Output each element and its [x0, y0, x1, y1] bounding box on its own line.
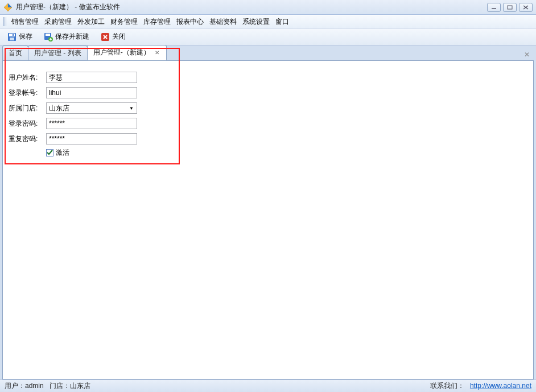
row-username: 用户姓名: [9, 71, 168, 84]
label-password: 登录密码: [9, 119, 46, 129]
tab-label: 用户管理 - 列表 [34, 48, 81, 58]
menu-outsource[interactable]: 外发加工 [75, 15, 107, 28]
menu-finance[interactable]: 财务管理 [108, 15, 140, 28]
status-store: 门店：山东店 [50, 381, 90, 391]
row-account: 登录帐号: [9, 86, 168, 99]
contact-link[interactable]: http://www.aolan.net [470, 382, 531, 390]
select-store-value: 山东店 [49, 104, 69, 113]
maximize-button[interactable] [503, 3, 517, 12]
save-new-icon [44, 32, 53, 42]
save-new-label: 保存并新建 [55, 32, 89, 42]
row-active: 激活 [9, 148, 168, 158]
save-icon [7, 32, 17, 42]
select-store[interactable]: 山东店 ▼ [46, 102, 137, 114]
tab-user-list[interactable]: 用户管理 - 列表 [28, 46, 88, 60]
menu-report[interactable]: 报表中心 [174, 15, 206, 28]
tab-user-new[interactable]: 用户管理-（新建） ✕ [87, 45, 167, 60]
tab-label: 用户管理-（新建） [93, 48, 150, 57]
svg-rect-3 [508, 6, 512, 9]
status-contact: 联系我们： http://www.aolan.net [430, 381, 531, 391]
svg-rect-8 [10, 38, 14, 40]
svg-rect-9 [13, 34, 14, 36]
label-store: 所属门店: [9, 104, 46, 113]
menu-syssetting[interactable]: 系统设置 [240, 15, 272, 28]
minimize-button[interactable] [487, 3, 501, 12]
checkbox-active[interactable] [46, 149, 53, 156]
svg-rect-7 [9, 34, 15, 36]
tab-home[interactable]: 首页 [2, 46, 28, 60]
save-button[interactable]: 保存 [5, 31, 35, 43]
row-password: 登录密码: [9, 117, 168, 130]
chevron-down-icon: ▼ [127, 106, 135, 111]
content-panel: 用户姓名: 登录帐号: 所属门店: 山东店 ▼ 登录密码: 重复密码: [2, 60, 534, 379]
row-store: 所属门店: 山东店 ▼ [9, 102, 168, 114]
row-repeat-password: 重复密码: [9, 133, 168, 145]
label-repeat-password: 重复密码: [9, 134, 46, 144]
label-account: 登录帐号: [9, 88, 46, 98]
status-user: 用户：admin [5, 381, 44, 391]
toolbar: 保存 保存并新建 关闭 [0, 28, 536, 46]
input-password[interactable] [46, 118, 137, 129]
menu-window[interactable]: 窗口 [273, 15, 291, 28]
close-label: 关闭 [112, 32, 126, 42]
menubar-grip [3, 17, 6, 26]
workspace: 首页 用户管理 - 列表 用户管理-（新建） ✕ ✕ 用户姓名: 登录帐号: 所… [0, 46, 536, 379]
menu-purchase[interactable]: 采购管理 [42, 15, 74, 28]
close-button[interactable]: 关闭 [98, 31, 129, 43]
tabs-close-all[interactable]: ✕ [522, 50, 531, 59]
window-controls [487, 3, 533, 12]
label-active: 激活 [56, 148, 69, 158]
close-window-button[interactable] [519, 3, 533, 12]
save-new-button[interactable]: 保存并新建 [41, 31, 92, 43]
menu-inventory[interactable]: 库存管理 [141, 15, 173, 28]
close-icon [101, 32, 110, 42]
statusbar: 用户：admin 门店：山东店 联系我们： http://www.aolan.n… [0, 379, 536, 392]
menu-sales[interactable]: 销售管理 [9, 15, 41, 28]
menubar: 销售管理 采购管理 外发加工 财务管理 库存管理 报表中心 基础资料 系统设置 … [0, 15, 536, 28]
app-icon [3, 3, 13, 12]
user-form: 用户姓名: 登录帐号: 所属门店: 山东店 ▼ 登录密码: 重复密码: [3, 61, 174, 168]
svg-rect-11 [46, 34, 50, 36]
titlebar: 用户管理-（新建） - 傲蓝布业软件 [0, 0, 536, 15]
label-username: 用户姓名: [9, 73, 46, 82]
save-label: 保存 [19, 32, 32, 42]
input-repeat-password[interactable] [46, 133, 137, 145]
tab-close-icon[interactable]: ✕ [154, 49, 160, 56]
input-account[interactable] [46, 87, 137, 98]
window-title: 用户管理-（新建） - 傲蓝布业软件 [16, 2, 487, 12]
tab-label: 首页 [9, 48, 22, 58]
menu-basicdata[interactable]: 基础资料 [207, 15, 239, 28]
tabs-row: 首页 用户管理 - 列表 用户管理-（新建） ✕ ✕ [2, 46, 534, 60]
input-username[interactable] [46, 72, 137, 83]
